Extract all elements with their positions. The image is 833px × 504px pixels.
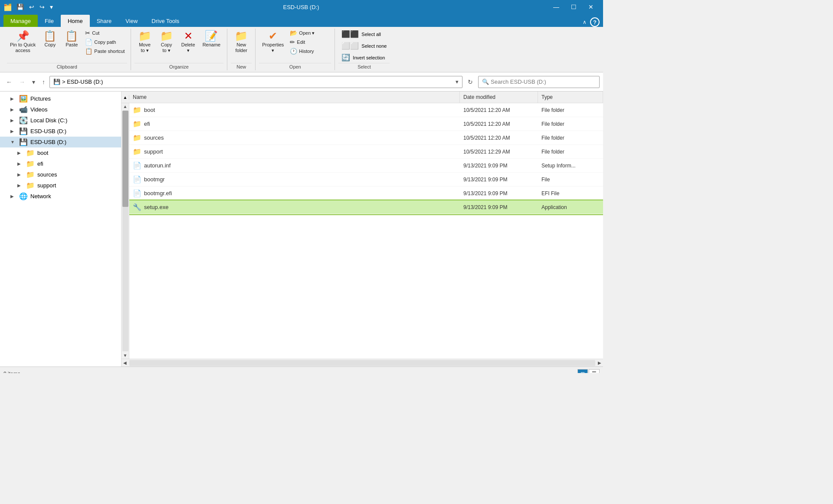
scroll-down-arrow[interactable]: ▼ bbox=[122, 352, 128, 359]
list-view-button[interactable]: ☰ bbox=[589, 369, 600, 373]
table-row[interactable]: 📁 boot 10/5/2021 12:20 AM File folder bbox=[129, 103, 603, 117]
refresh-button[interactable]: ↻ bbox=[464, 77, 476, 87]
sidebar-label: support bbox=[37, 182, 56, 189]
usb-drive-icon: 💾 bbox=[19, 127, 28, 135]
file-name: support bbox=[144, 148, 163, 155]
sidebar-item-esd-usb-top[interactable]: ▶ 💾 ESD-USB (D:) bbox=[0, 126, 121, 137]
scroll-thumb bbox=[122, 111, 128, 207]
open-button[interactable]: 📂 Open ▾ bbox=[288, 29, 331, 37]
back-button[interactable]: ← bbox=[3, 77, 15, 87]
new-content: 📁 Newfolder bbox=[231, 29, 252, 63]
address-bar[interactable]: 💾 > ESD-USB (D:) ▾ bbox=[49, 76, 462, 88]
details-view-button[interactable]: ⊞ bbox=[577, 369, 588, 373]
qs-undo-btn[interactable]: ↩ bbox=[27, 3, 36, 11]
invert-selection-button[interactable]: 🔄 Invert selection bbox=[338, 52, 390, 63]
sidebar-item-local-disk[interactable]: ▶ 💽 Local Disk (C:) bbox=[0, 115, 121, 126]
table-row[interactable]: 📁 support 10/5/2021 12:29 AM File folder bbox=[129, 145, 603, 159]
help-button[interactable]: ? bbox=[590, 17, 600, 27]
delete-button[interactable]: ✕ Delete▾ bbox=[178, 29, 199, 56]
sidebar-item-boot[interactable]: ▶ 📁 boot bbox=[0, 147, 121, 158]
table-row[interactable]: 📄 bootmgr 9/13/2021 9:09 PM File bbox=[129, 173, 603, 187]
new-folder-button[interactable]: 📁 Newfolder bbox=[231, 29, 252, 56]
select-none-button[interactable]: ⬜⬜ Select none bbox=[338, 40, 390, 51]
folder-icon: 📁 bbox=[26, 170, 35, 179]
file-name-cell: 🔧 setup.exe bbox=[129, 202, 460, 213]
minimize-button[interactable]: — bbox=[548, 0, 565, 14]
properties-button[interactable]: ✔ Properties▾ bbox=[259, 29, 287, 56]
scroll-track[interactable] bbox=[122, 111, 128, 351]
qs-redo-btn[interactable]: ↪ bbox=[38, 3, 46, 11]
recent-locations-button[interactable]: ▾ bbox=[30, 77, 38, 87]
new-label: New bbox=[231, 63, 252, 70]
sidebar: ▶ 🖼️ Pictures ▶ 📹 Videos ▶ 💽 Local Disk … bbox=[0, 92, 121, 367]
qs-dropdown-btn[interactable]: ▾ bbox=[48, 3, 55, 11]
pin-icon: 📌 bbox=[16, 31, 30, 41]
maximize-button[interactable]: ☐ bbox=[565, 0, 582, 14]
file-name: boot bbox=[144, 107, 155, 113]
ribbon-collapse-icon[interactable]: ∧ bbox=[583, 19, 587, 25]
clipboard-group: 📌 Pin to Quickaccess 📋 Copy 📋 Paste ✂ Cu… bbox=[3, 29, 131, 70]
file-area: ▲ Name Date modified Type ▲ ▼ 📁 boot bbox=[121, 92, 603, 367]
file-list-header: ▲ Name Date modified Type bbox=[121, 92, 603, 103]
h-scroll-track[interactable] bbox=[129, 360, 595, 366]
scroll-up-arrow[interactable]: ▲ bbox=[122, 103, 128, 110]
h-scroll-left-arrow[interactable]: ◀ bbox=[121, 360, 128, 365]
sidebar-item-support[interactable]: ▶ 📁 support bbox=[0, 180, 121, 191]
tab-manage[interactable]: Manage bbox=[3, 15, 38, 27]
status-bar: 8 items ⊞ ☰ bbox=[0, 367, 603, 373]
file-name-cell: 📁 efi bbox=[129, 118, 460, 129]
sidebar-item-esd-usb[interactable]: ▼ 💾 ESD-USB (D:) bbox=[0, 137, 121, 147]
tab-file[interactable]: File bbox=[38, 15, 61, 27]
sidebar-item-videos[interactable]: ▶ 📹 Videos bbox=[0, 104, 121, 115]
column-date-header[interactable]: Date modified bbox=[460, 92, 538, 103]
table-row[interactable]: 📄 autorun.inf 9/13/2021 9:09 PM Setup In… bbox=[129, 159, 603, 173]
address-dropdown-icon[interactable]: ▾ bbox=[456, 79, 459, 85]
copy-button[interactable]: 📋 Copy bbox=[39, 29, 60, 50]
copy-path-button[interactable]: 📄 Copy path bbox=[83, 38, 127, 46]
table-row[interactable]: 📁 sources 10/5/2021 12:20 AM File folder bbox=[129, 131, 603, 145]
title-bar-left: 🗂️ 💾 ↩ ↪ ▾ bbox=[3, 3, 55, 11]
qs-save-btn[interactable]: 💾 bbox=[15, 3, 26, 11]
close-button[interactable]: ✕ bbox=[582, 0, 600, 14]
h-scroll-right-arrow[interactable]: ▶ bbox=[596, 360, 603, 365]
edit-button[interactable]: ✏ Edit bbox=[288, 38, 331, 46]
table-row[interactable]: 📁 efi 10/5/2021 12:20 AM File folder bbox=[129, 117, 603, 131]
scrollable-area: ▲ ▼ 📁 boot 10/5/2021 12:20 AM File folde… bbox=[121, 103, 603, 359]
up-button[interactable]: ↑ bbox=[39, 77, 48, 87]
sidebar-item-network[interactable]: ▶ 🌐 Network bbox=[0, 191, 121, 202]
sidebar-label: sources bbox=[37, 171, 57, 178]
scroll-up-btn[interactable]: ▲ bbox=[121, 95, 129, 100]
search-input[interactable] bbox=[491, 79, 596, 85]
cut-button[interactable]: ✂ Cut bbox=[83, 29, 127, 37]
tab-drive-tools[interactable]: Drive Tools bbox=[144, 15, 186, 27]
ribbon-right-controls: ∧ ? bbox=[583, 17, 600, 27]
folder-icon: 📁 bbox=[26, 181, 35, 190]
move-to-button[interactable]: 📁 Moveto ▾ bbox=[134, 29, 155, 56]
move-to-icon: 📁 bbox=[138, 31, 151, 41]
sidebar-item-sources[interactable]: ▶ 📁 sources bbox=[0, 169, 121, 180]
paste-shortcut-button[interactable]: 📋 Paste shortcut bbox=[83, 47, 127, 56]
rename-button[interactable]: 📝 Rename bbox=[200, 29, 224, 50]
tab-home[interactable]: Home bbox=[61, 15, 90, 27]
vertical-scrollbar[interactable]: ▲ ▼ bbox=[121, 103, 129, 359]
copy-to-button[interactable]: 📁 Copyto ▾ bbox=[156, 29, 177, 56]
column-name-header[interactable]: Name bbox=[129, 92, 460, 103]
paste-shortcut-icon: 📋 bbox=[85, 48, 92, 54]
horizontal-scrollbar[interactable]: ◀ ▶ bbox=[121, 359, 603, 367]
sidebar-item-pictures[interactable]: ▶ 🖼️ Pictures bbox=[0, 93, 121, 104]
expand-icon: ▶ bbox=[10, 96, 16, 101]
table-row[interactable]: 📄 bootmgr.efi 9/13/2021 9:09 PM EFI File bbox=[129, 187, 603, 200]
file-icon: 📄 bbox=[133, 189, 141, 197]
column-type-header[interactable]: Type bbox=[538, 92, 603, 103]
table-row[interactable]: 🔧 setup.exe 9/13/2021 9:09 PM Applicatio… bbox=[129, 200, 603, 214]
tab-share[interactable]: Share bbox=[90, 15, 119, 27]
sidebar-item-efi[interactable]: ▶ 📁 efi bbox=[0, 158, 121, 169]
search-bar[interactable]: 🔍 bbox=[478, 76, 600, 88]
tab-view[interactable]: View bbox=[118, 15, 144, 27]
network-icon: 🌐 bbox=[19, 192, 28, 200]
pin-to-quick-access-button[interactable]: 📌 Pin to Quickaccess bbox=[7, 29, 39, 56]
select-all-button[interactable]: ⬛⬛ Select all bbox=[338, 29, 390, 39]
forward-button[interactable]: → bbox=[16, 77, 28, 87]
paste-button[interactable]: 📋 Paste bbox=[61, 29, 82, 50]
history-button[interactable]: 🕐 History bbox=[288, 47, 331, 56]
